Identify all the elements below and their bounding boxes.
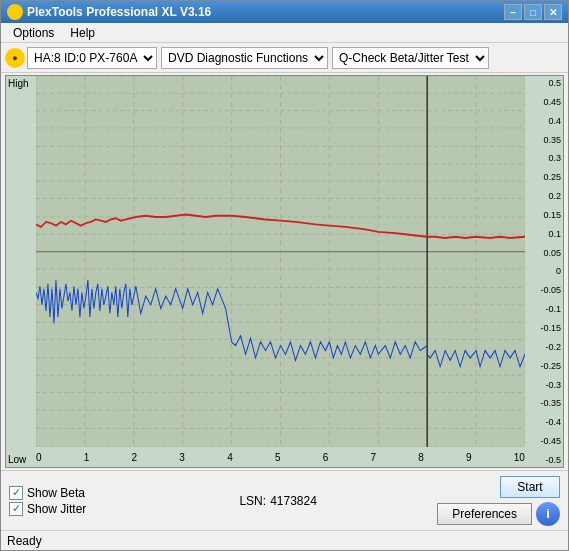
chart-container: High Low 0.5 0.45 0.4 0.35 0.3 0.25 0.2 … (5, 75, 564, 468)
preferences-button[interactable]: Preferences (437, 503, 532, 525)
button-area: Start Preferences i (437, 476, 560, 526)
drive-dropdown[interactable]: HA:8 ID:0 PX-760A (27, 47, 157, 69)
menu-options[interactable]: Options (5, 24, 62, 42)
toolbar: ● HA:8 ID:0 PX-760A DVD Diagnostic Funct… (1, 43, 568, 73)
start-button[interactable]: Start (500, 476, 560, 498)
drive-select-group: ● HA:8 ID:0 PX-760A (5, 47, 157, 69)
maximize-button[interactable]: □ (524, 4, 542, 20)
lsn-value: 4173824 (270, 494, 317, 508)
minimize-button[interactable]: – (504, 4, 522, 20)
show-jitter-label: Show Jitter (27, 502, 86, 516)
title-bar: PlexTools Professional XL V3.16 – □ ✕ (1, 1, 568, 23)
show-beta-row: ✓ Show Beta (9, 486, 119, 500)
bottom-bar: ✓ Show Beta ✓ Show Jitter LSN: 4173824 S… (1, 470, 568, 530)
status-bar: Ready (1, 530, 568, 550)
chart-area: High Low 0.5 0.45 0.4 0.35 0.3 0.25 0.2 … (1, 73, 568, 470)
function-dropdown[interactable]: DVD Diagnostic Functions (161, 47, 328, 69)
show-beta-label: Show Beta (27, 486, 85, 500)
lsn-area: LSN: 4173824 (127, 494, 429, 508)
main-window: PlexTools Professional XL V3.16 – □ ✕ Op… (0, 0, 569, 551)
window-title: PlexTools Professional XL V3.16 (27, 5, 504, 19)
app-icon (7, 4, 23, 20)
menu-bar: Options Help (1, 23, 568, 43)
y-label-low: Low (8, 454, 26, 465)
drive-icon: ● (5, 48, 25, 68)
x-axis: 0 1 2 3 4 5 6 7 8 9 10 (36, 447, 525, 467)
lsn-label: LSN: (239, 494, 266, 508)
close-button[interactable]: ✕ (544, 4, 562, 20)
show-jitter-row: ✓ Show Jitter (9, 502, 119, 516)
show-beta-checkbox[interactable]: ✓ (9, 486, 23, 500)
info-button[interactable]: i (536, 502, 560, 526)
test-dropdown[interactable]: Q-Check Beta/Jitter Test (332, 47, 489, 69)
status-text: Ready (7, 534, 42, 548)
title-buttons: – □ ✕ (504, 4, 562, 20)
show-jitter-checkbox[interactable]: ✓ (9, 502, 23, 516)
checkboxes-group: ✓ Show Beta ✓ Show Jitter (9, 486, 119, 516)
y-label-high: High (8, 78, 29, 89)
menu-help[interactable]: Help (62, 24, 103, 42)
y-axis-right: 0.5 0.45 0.4 0.35 0.3 0.25 0.2 0.15 0.1 … (525, 76, 563, 467)
chart-svg (36, 76, 525, 447)
